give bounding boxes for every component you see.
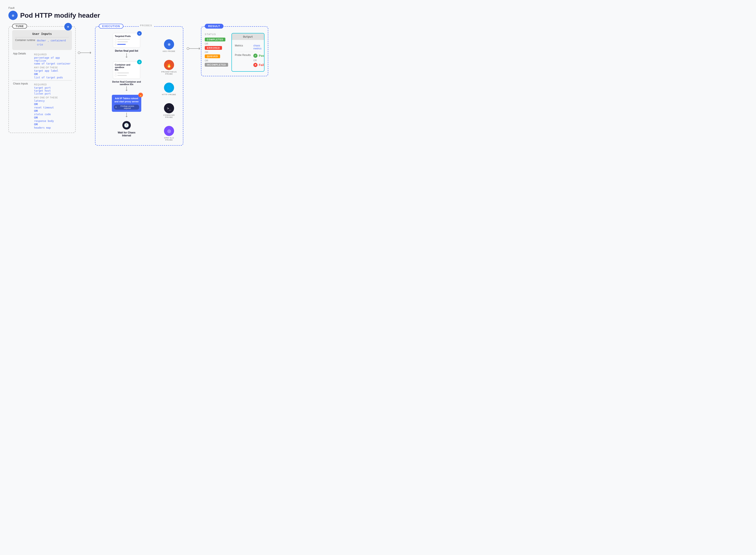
command-probe-label: COMMANDPROBE xyxy=(163,114,175,118)
result-badge: RESULT xyxy=(205,24,223,29)
status-incompleted: INCOMPLETED xyxy=(205,63,228,67)
container-runtime-label: Container runtime xyxy=(15,39,35,47)
prometheus-probe-item: 🔥 PROMETHEUSPROBE xyxy=(161,60,177,75)
status-errored: ERRORED xyxy=(205,46,222,50)
check-circle-icon: ✓ xyxy=(253,54,257,58)
chaos-or-2: OR xyxy=(34,110,71,113)
app-pods: list of target pods xyxy=(34,76,71,79)
x-circle-icon: ✕ xyxy=(253,63,257,67)
srm-probe-label: SRM SLOPROBE xyxy=(164,137,174,141)
probe-results-row: Probe Results ✓ Passed OR ✕ Failed xyxy=(235,52,261,69)
app-required-label: REQUIRED xyxy=(34,53,71,56)
command-probe-icon: >_ xyxy=(164,103,174,113)
probe-or-label: OR xyxy=(253,59,264,61)
execution-to-result-arrow xyxy=(185,47,201,50)
http-probe-label: HTTP PROBE xyxy=(162,93,176,96)
metrics-value: chaos metrics xyxy=(253,44,261,50)
output-header: Output xyxy=(232,33,264,40)
passed-label: Passed xyxy=(259,54,264,57)
chaos-or-1: OR xyxy=(34,103,71,106)
latency: latency xyxy=(34,99,71,102)
reset-timeout: reset timeout xyxy=(34,106,71,109)
chaos-any-one-label: ANY ONE OF THESE xyxy=(34,96,71,99)
targeted-pods-card: ⎈ Targeted Pods xyxy=(113,33,140,48)
container-sandbox-card: ⚙ Container andsandboxIDs xyxy=(113,61,140,79)
app-details-section: App Details REQUIRED percentage of app r… xyxy=(12,52,72,79)
status-queued: QUEUED xyxy=(205,54,220,58)
privilege-badge: ℹ Privilege access required xyxy=(114,105,139,110)
probes-column: ⎈ K8S PROBE 🔥 PROMETHEUSPROBE 🌐 HTTP PRO… xyxy=(159,31,179,141)
app-replicas: percentage of app replicas xyxy=(34,56,71,62)
user-inputs-box: User Inputs Container runtime docker , c… xyxy=(12,30,72,50)
command-probe-item: >_ COMMANDPROBE xyxy=(163,103,175,118)
chaos-required-label: REQUIRED xyxy=(34,83,71,86)
http-probe-icon: 🌐 xyxy=(164,83,174,93)
app-or-1: OR xyxy=(34,73,71,76)
chaos-or-3: OR xyxy=(34,116,71,119)
failed-label: Failed xyxy=(259,63,264,67)
tune-k8s-badge: ⎈ xyxy=(64,23,72,31)
http-probe-item: 🌐 HTTP PROBE xyxy=(162,83,176,96)
srm-probe-item: ◎ SRM SLOPROBE xyxy=(164,126,174,141)
flow-arrow-1 xyxy=(126,53,127,57)
output-box: Output Metrics chaos metrics Probe Resul… xyxy=(232,33,264,72)
container-sandbox-label: Derive final Container andsandbox IDs xyxy=(112,81,141,86)
container-runtime-row: Container runtime docker , containerd cr… xyxy=(15,37,69,48)
probes-label: PROBES xyxy=(139,24,154,27)
passed-value: ✓ Passed xyxy=(253,54,264,58)
execution-flow: ⎈ Targeted Pods Derive final pod list xyxy=(99,31,154,141)
probe-results-values: ✓ Passed OR ✕ Failed xyxy=(253,54,264,67)
chaos-inputs-label: Chaos Inputs xyxy=(13,82,32,85)
user-inputs-title: User Inputs xyxy=(15,32,69,36)
pod-list-label: Derive final pod list xyxy=(115,49,138,52)
container-runtime-values: docker , containerd crio xyxy=(37,39,66,47)
metrics-label: Metrics xyxy=(235,44,252,47)
failed-value: ✕ Failed xyxy=(253,63,264,67)
container-teal-badge: ⚙ xyxy=(137,60,142,64)
response-body: response body xyxy=(34,120,71,123)
execution-section: EXECUTION PROBES ⎈ Targeted Pods xyxy=(95,26,183,145)
k8s-probe-item: ⎈ K8S PROBE xyxy=(163,39,175,52)
status-section: STATUS COMPLETED OR ERRORED OR QUEUED OR… xyxy=(205,33,228,69)
result-section: RESULT STATUS COMPLETED OR ERRORED OR QU… xyxy=(201,26,268,76)
ip-tables-orange-badge: 🔥 xyxy=(138,93,143,97)
flow-arrow-3 xyxy=(126,113,127,117)
status-or-1: OR xyxy=(205,42,228,45)
ip-tables-card: 🔥 Add IP Tables ruleset and start proxy … xyxy=(112,95,141,112)
metrics-row: Metrics chaos metrics xyxy=(235,42,261,52)
app-any-one-label: ANY ONE OF THESE xyxy=(34,67,71,69)
probe-results-label: Probe Results xyxy=(235,54,252,56)
flow-arrow-2 xyxy=(126,86,127,91)
clock-icon: 🕐 xyxy=(122,121,131,129)
page-title: Pod HTTP modify header xyxy=(20,11,100,19)
prometheus-probe-label: PROMETHEUSPROBE xyxy=(161,71,177,75)
srm-probe-icon: ◎ xyxy=(164,126,174,136)
tune-badge: TUNE xyxy=(12,24,27,29)
tune-to-execution-arrow xyxy=(76,51,93,54)
status-or-3: OR xyxy=(205,59,228,62)
k8s-probe-icon: ⎈ xyxy=(164,39,174,49)
execution-badge: EXECUTION xyxy=(99,24,123,29)
result-connector-circle xyxy=(187,47,189,50)
connector-line xyxy=(80,52,91,53)
output-body: Metrics chaos metrics Probe Results ✓ Pa… xyxy=(232,40,264,71)
app-details-label: App Details xyxy=(13,52,32,55)
target-port: target port xyxy=(34,86,71,89)
headers-map: headers map xyxy=(34,126,71,129)
status-or-2: OR xyxy=(205,51,228,53)
fault-label: Fault xyxy=(8,6,748,9)
chaos-interval-label: Wait for ChaosInterval xyxy=(118,131,135,137)
connector-circle xyxy=(78,51,80,54)
result-connector-line xyxy=(189,48,200,49)
chaos-inputs-section: Chaos Inputs REQUIRED target port target… xyxy=(12,82,72,129)
listen-port: listen port xyxy=(34,92,71,95)
status-code: status code xyxy=(34,113,71,116)
target-host: target host xyxy=(34,89,71,92)
k8s-probe-label: K8S PROBE xyxy=(163,50,175,52)
k8s-helm-icon: ⎈ xyxy=(8,11,18,20)
app-container: name of target container xyxy=(34,62,71,65)
status-completed: COMPLETED xyxy=(205,38,225,41)
status-title: STATUS xyxy=(205,33,228,36)
targeted-pods-k8s-badge: ⎈ xyxy=(137,31,142,36)
tune-section: TUNE ⎈ User Inputs Container runtime doc… xyxy=(8,26,76,133)
